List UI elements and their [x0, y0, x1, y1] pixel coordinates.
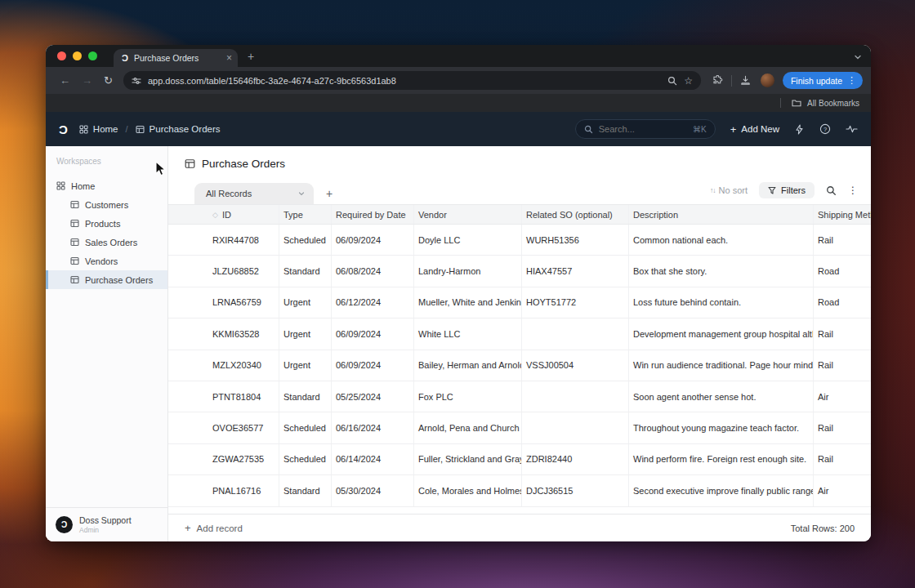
- tab-search-icon[interactable]: [853, 52, 863, 62]
- cell-type[interactable]: Urgent: [279, 350, 332, 381]
- cell-id[interactable]: KKMI63528: [211, 318, 279, 349]
- cell-shipping[interactable]: Rail: [814, 412, 871, 443]
- row-handle[interactable]: [168, 225, 211, 255]
- cell-related-so[interactable]: DJCJ36515: [522, 475, 629, 506]
- cell-date[interactable]: 06/09/2024: [332, 225, 414, 255]
- row-handle[interactable]: [168, 287, 211, 318]
- cell-shipping[interactable]: Rail: [814, 444, 871, 474]
- row-handle[interactable]: [168, 412, 211, 443]
- cell-related-so[interactable]: [522, 318, 629, 349]
- row-handle[interactable]: [168, 256, 211, 286]
- row-handle[interactable]: [168, 318, 211, 349]
- cell-date[interactable]: 06/08/2024: [332, 256, 414, 286]
- cell-date[interactable]: 05/30/2024: [332, 475, 414, 506]
- add-view-button[interactable]: +: [326, 188, 333, 199]
- cell-date[interactable]: 05/25/2024: [332, 381, 414, 412]
- cell-vendor[interactable]: White LLC: [414, 318, 522, 349]
- table-row[interactable]: JLZU68852 Standard 06/08/2024 Landry-Har…: [168, 256, 871, 287]
- cell-date[interactable]: 06/12/2024: [332, 287, 414, 318]
- extensions-icon[interactable]: [712, 75, 723, 86]
- filters-button[interactable]: Filters: [759, 182, 815, 198]
- help-icon[interactable]: ?: [819, 123, 831, 135]
- all-bookmarks-button[interactable]: All Bookmarks: [807, 99, 859, 108]
- cell-vendor[interactable]: Landry-Harmon: [414, 256, 522, 286]
- cell-type[interactable]: Urgent: [279, 287, 332, 318]
- browser-tab[interactable]: Ɔ Purchase Orders ×: [114, 49, 238, 67]
- header-type[interactable]: Type: [279, 205, 332, 224]
- cell-vendor[interactable]: Doyle LLC: [414, 225, 522, 255]
- site-settings-icon[interactable]: [132, 76, 141, 86]
- cell-date[interactable]: 06/16/2024: [332, 412, 414, 443]
- cell-type[interactable]: Scheduled: [279, 225, 332, 255]
- sidebar-item-vendors[interactable]: Vendors: [46, 252, 167, 270]
- cell-related-so[interactable]: HIAX47557: [522, 256, 629, 286]
- table-row[interactable]: PNAL16716 Standard 05/30/2024 Cole, Mora…: [168, 475, 871, 506]
- header-shipping-method[interactable]: Shipping Method: [814, 205, 871, 224]
- cell-id[interactable]: OVOE36577: [211, 412, 279, 443]
- tab-close-icon[interactable]: ×: [226, 53, 232, 63]
- cell-related-so[interactable]: VSSJ00504: [522, 350, 629, 381]
- user-account[interactable]: Ɔ Doss Support Admin: [46, 507, 167, 541]
- cell-id[interactable]: PTNT81804: [211, 381, 279, 412]
- browser-menu-icon[interactable]: ⋮: [847, 75, 856, 86]
- cell-vendor[interactable]: Cole, Morales and Holmes: [414, 475, 522, 506]
- table-row[interactable]: KKMI63528 Urgent 06/09/2024 White LLC De…: [168, 318, 871, 350]
- close-window-button[interactable]: [57, 51, 66, 60]
- cell-description[interactable]: Loss future behind contain.: [629, 287, 814, 318]
- cell-description[interactable]: Wind perform fire. Foreign rest enough s…: [629, 444, 814, 474]
- view-tab-all-records[interactable]: All Records: [194, 183, 314, 204]
- cell-related-so[interactable]: [522, 412, 629, 443]
- profile-avatar[interactable]: [761, 74, 774, 87]
- cell-type[interactable]: Standard: [279, 475, 332, 506]
- header-required-by-date[interactable]: Required by Date: [332, 205, 414, 224]
- cell-shipping[interactable]: Road: [814, 256, 871, 286]
- cell-id[interactable]: MZLX20340: [211, 350, 279, 381]
- row-handle[interactable]: [168, 475, 211, 506]
- table-row[interactable]: ZGWA27535 Scheduled 06/14/2024 Fuller, S…: [168, 444, 871, 475]
- cell-date[interactable]: 06/09/2024: [332, 318, 414, 349]
- sidebar-item-customers[interactable]: Customers: [46, 195, 167, 214]
- breadcrumb-current[interactable]: Purchase Orders: [136, 124, 221, 134]
- table-row[interactable]: PTNT81804 Standard 05/25/2024 Fox PLC So…: [168, 381, 871, 412]
- cell-type[interactable]: Standard: [279, 381, 332, 412]
- header-id[interactable]: ◇ ID: [211, 205, 279, 224]
- table-row[interactable]: OVOE36577 Scheduled 06/16/2024 Arnold, P…: [168, 412, 871, 443]
- cell-related-so[interactable]: WURH51356: [522, 225, 629, 255]
- cell-id[interactable]: LRNA56759: [211, 287, 279, 318]
- cell-related-so[interactable]: [522, 381, 629, 412]
- chevron-down-icon[interactable]: [297, 189, 306, 198]
- cell-shipping[interactable]: Rail: [814, 225, 871, 255]
- row-handle[interactable]: [168, 350, 211, 381]
- forward-button[interactable]: →: [76, 74, 98, 87]
- search-input[interactable]: [599, 124, 672, 134]
- cell-vendor[interactable]: Bailey, Herman and Arnold: [414, 350, 522, 381]
- sidebar-item-home[interactable]: Home: [46, 176, 167, 195]
- cell-vendor[interactable]: Mueller, White and Jenkins: [414, 287, 522, 318]
- cell-description[interactable]: Throughout young magazine teach factor.: [629, 412, 814, 443]
- doss-logo-icon[interactable]: Ɔ: [59, 122, 68, 136]
- cell-description[interactable]: Second executive improve finally public …: [629, 475, 814, 506]
- header-related-so[interactable]: Related SO (optional): [522, 205, 629, 224]
- row-handle[interactable]: [168, 381, 211, 412]
- cell-related-so[interactable]: ZDRI82440: [522, 444, 629, 474]
- add-record-button[interactable]: + Add record: [185, 522, 243, 534]
- cell-type[interactable]: Standard: [279, 256, 332, 286]
- table-row[interactable]: LRNA56759 Urgent 06/12/2024 Mueller, Whi…: [168, 287, 871, 318]
- header-vendor[interactable]: Vendor: [414, 205, 522, 224]
- sidebar-item-purchase-orders[interactable]: Purchase Orders: [46, 270, 167, 289]
- cell-date[interactable]: 06/14/2024: [332, 444, 414, 474]
- cell-type[interactable]: Scheduled: [279, 412, 332, 443]
- table-search-icon[interactable]: [826, 185, 837, 196]
- finish-update-button[interactable]: Finish update ⋮: [783, 72, 863, 89]
- sidebar-item-sales-orders[interactable]: Sales Orders: [46, 233, 167, 252]
- cell-related-so[interactable]: HOYT51772: [522, 287, 629, 318]
- cell-description[interactable]: Soon agent another sense hot.: [629, 381, 814, 412]
- cell-id[interactable]: ZGWA27535: [211, 444, 279, 474]
- cell-description[interactable]: Win run audience traditional. Page hour …: [629, 350, 814, 381]
- cell-description[interactable]: Development management group hospital al…: [629, 318, 814, 349]
- table-row[interactable]: MZLX20340 Urgent 06/09/2024 Bailey, Herm…: [168, 350, 871, 381]
- sidebar-item-products[interactable]: Products: [46, 214, 167, 233]
- back-button[interactable]: ←: [54, 74, 76, 87]
- bookmark-star-icon[interactable]: ☆: [684, 75, 693, 87]
- cell-id[interactable]: RXIR44708: [211, 225, 279, 255]
